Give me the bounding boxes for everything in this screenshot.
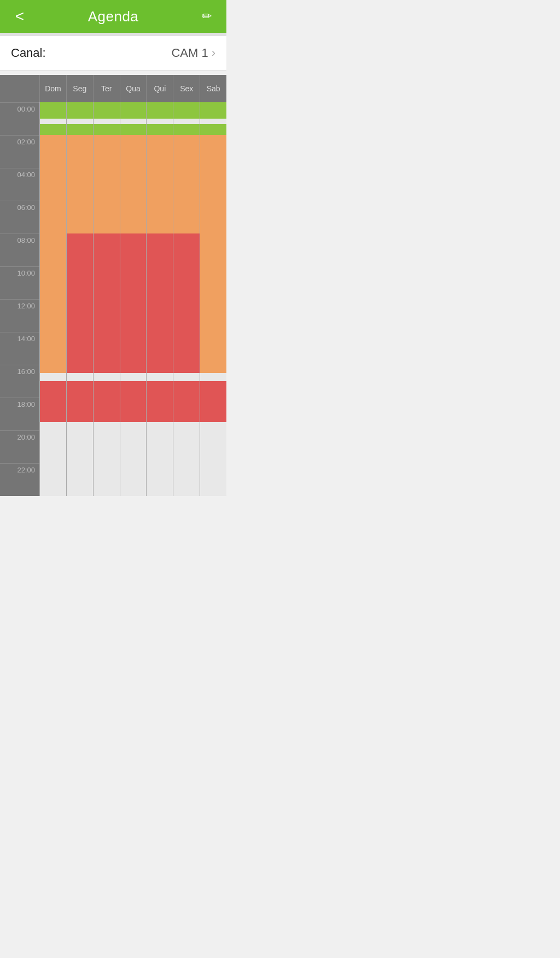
canal-value[interactable]: CAM 1 › <box>171 46 215 60</box>
page-title: Agenda <box>88 8 139 25</box>
schedule-wrapper: 00:00 02:00 04:00 06:00 08:00 10:00 12:0… <box>0 75 226 496</box>
day-header-qui: Qui <box>146 75 173 102</box>
back-button[interactable]: < <box>10 8 30 25</box>
time-label-1800: 18:00 <box>0 398 39 430</box>
day-header-dom: Dom <box>39 75 66 102</box>
canal-chevron-icon: › <box>212 46 215 60</box>
days-body <box>39 102 226 496</box>
time-label-1200: 12:00 <box>0 299 39 332</box>
day-header-qua: Qua <box>120 75 147 102</box>
time-label-1000: 10:00 <box>0 266 39 299</box>
time-header-spacer <box>0 75 39 102</box>
day-col-sex <box>173 102 200 496</box>
day-col-qua <box>120 102 147 496</box>
schedule-container: 00:00 02:00 04:00 06:00 08:00 10:00 12:0… <box>0 71 226 496</box>
time-label-0600: 06:00 <box>0 201 39 233</box>
time-label-0200: 02:00 <box>0 135 39 168</box>
day-header-sex: Sex <box>173 75 200 102</box>
day-col-ter <box>93 102 120 496</box>
time-label-2000: 20:00 <box>0 430 39 463</box>
time-label-0000: 00:00 <box>0 102 39 135</box>
day-col-qui <box>146 102 173 496</box>
canal-label: Canal: <box>11 46 46 60</box>
day-header-seg: Seg <box>66 75 93 102</box>
days-grid: Dom Seg Ter Qua Qui Sex Sab <box>39 75 226 496</box>
day-header-ter: Ter <box>93 75 120 102</box>
time-label-1600: 16:00 <box>0 365 39 398</box>
day-header-sab: Sab <box>200 75 226 102</box>
day-col-sab <box>200 102 226 496</box>
day-col-dom <box>39 102 66 496</box>
edit-button[interactable]: ✏ <box>197 9 217 24</box>
time-label-0800: 08:00 <box>0 233 39 266</box>
time-label-0400: 04:00 <box>0 168 39 201</box>
canal-name: CAM 1 <box>171 46 208 60</box>
days-header: Dom Seg Ter Qua Qui Sex Sab <box>39 75 226 102</box>
time-label-2200: 22:00 <box>0 463 39 496</box>
app-header: < Agenda ✏ <box>0 0 226 33</box>
time-column: 00:00 02:00 04:00 06:00 08:00 10:00 12:0… <box>0 75 39 496</box>
canal-row[interactable]: Canal: CAM 1 › <box>0 36 226 71</box>
day-col-seg <box>66 102 93 496</box>
time-label-1400: 14:00 <box>0 332 39 365</box>
